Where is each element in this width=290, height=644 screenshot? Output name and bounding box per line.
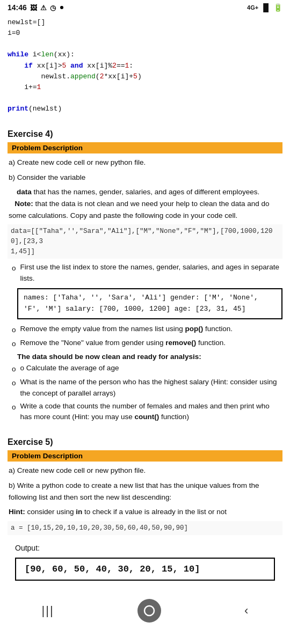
- exercise-5-step-a: a) Create new code cell or new python fi…: [8, 465, 282, 477]
- exercise-4-section: Exercise 4) Problem Description a) Creat…: [0, 124, 290, 422]
- back-icon: |||: [42, 604, 54, 618]
- bullet-text-2: Remove the empty value from the names li…: [20, 324, 233, 334]
- clock-icon: ◷: [50, 4, 56, 12]
- svg-point-0: [144, 606, 154, 616]
- bullet-highest-salary: o What is the name of the person who has…: [8, 377, 282, 399]
- exercise-5-section: Exercise 5) Problem Description a) Creat…: [0, 432, 290, 581]
- bullet-remove-pop: o Remove the empty value from the names …: [8, 324, 282, 335]
- prev-button[interactable]: ‹: [244, 604, 248, 618]
- back-button[interactable]: |||: [42, 604, 54, 618]
- code-block: newlst=[] i=0 while i<len(xx): if xx[i]>…: [8, 17, 282, 114]
- bullet-text-3: Remove the "None" value from gender usin…: [20, 338, 226, 348]
- bullet-dot-4: o: [12, 364, 16, 375]
- dot-icon: [60, 6, 63, 9]
- bullet-dot-3: o: [12, 339, 16, 349]
- exercise-5-step-b: b) Write a python code to create a new l…: [8, 480, 282, 503]
- exercise-5-hint: Hint: consider using in to check if a va…: [8, 506, 282, 518]
- bullet-text-6: Write a code that counts the number of f…: [20, 401, 282, 423]
- bullet-text-5: What is the name of the person who has t…: [20, 377, 282, 399]
- home-icon: [143, 605, 155, 617]
- signal-bars-icon: ▐▌: [260, 3, 271, 12]
- bullet-dot-6: o: [12, 402, 16, 413]
- bullet-text-4: o Calculate the average of age: [20, 363, 119, 374]
- status-bar: 14:46 🖼 ⚠ ◷ 4G+ ▐▌ 🔋: [0, 0, 290, 14]
- bullet-dot-5: o: [12, 378, 16, 389]
- bullet-text-1: First use the list index to store the na…: [20, 262, 282, 284]
- bullet-dot-1: o: [12, 263, 16, 274]
- exercise-5-title: Exercise 5): [8, 437, 282, 447]
- exercise-4-step-a: a) Create new code cell or new python fi…: [8, 157, 282, 169]
- code-section: newlst=[] i=0 while i<len(xx): if xx[i]>…: [0, 14, 290, 119]
- screenshot-icon: 🖼: [30, 4, 37, 12]
- home-button[interactable]: [137, 599, 161, 623]
- data-code-block: data=[["Taha",'',"Sara","Ali"],["M","Non…: [8, 224, 282, 259]
- signal-label: 4G+: [247, 4, 258, 11]
- bullet-remove-none: o Remove the "None" value from gender us…: [8, 338, 282, 349]
- bullet-count-gender: o Write a code that counts the number of…: [8, 401, 282, 423]
- bullet-avg-age: o o Calculate the average of age: [8, 363, 282, 375]
- battery-icon: 🔋: [273, 3, 282, 12]
- bottom-nav: ||| ‹: [0, 594, 290, 630]
- exercise-4-data-desc: data that has the names, gender, salarie…: [8, 186, 282, 221]
- exercise-5-data-code: a = [10,15,20,10,10,20,30,50,60,40,50,90…: [8, 521, 282, 536]
- named-box-lists: names: ['Taha', '', 'Sara', 'Ali'] gende…: [17, 288, 282, 319]
- bullet-first-use: o First use the list index to store the …: [8, 262, 282, 284]
- output-label: Output:: [8, 541, 282, 553]
- output-box: [90, 60, 50, 40, 30, 20, 15, 10]: [15, 558, 275, 581]
- time-display: 14:46: [8, 3, 27, 12]
- exercise-4-step-b: b) Consider the variable: [8, 172, 282, 184]
- alert-icon: ⚠: [40, 4, 47, 12]
- bullet-dot-2: o: [12, 325, 16, 335]
- clean-ready-label: The data should be now clean and ready f…: [17, 353, 282, 361]
- prev-icon: ‹: [244, 604, 248, 618]
- status-left: 14:46 🖼 ⚠ ◷: [8, 3, 63, 12]
- problem-desc-label-5: Problem Description: [8, 450, 282, 462]
- status-right: 4G+ ▐▌ 🔋: [247, 3, 282, 12]
- exercise-4-title: Exercise 4): [8, 129, 282, 139]
- data-keyword: data: [17, 188, 32, 196]
- problem-desc-label-4: Problem Description: [8, 142, 282, 153]
